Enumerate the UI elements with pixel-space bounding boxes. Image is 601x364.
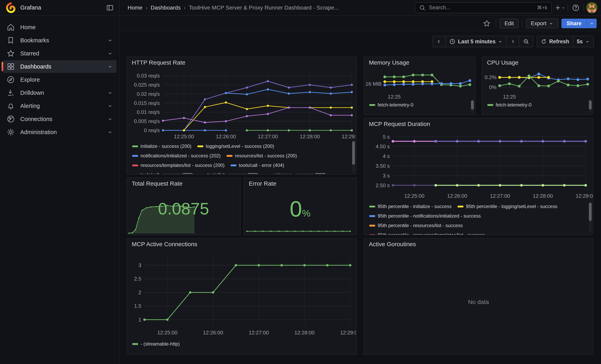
- refresh-label: Refresh: [549, 39, 569, 45]
- chevron-left-icon: [436, 39, 442, 44]
- svg-text:1.5: 1.5: [134, 303, 141, 309]
- panel-title[interactable]: Active Goroutines: [364, 239, 593, 250]
- add-button[interactable]: [554, 2, 565, 13]
- user-avatar[interactable]: [586, 2, 597, 13]
- chevron-down-icon: [590, 21, 594, 26]
- zoom-out-button[interactable]: [519, 36, 533, 47]
- breadcrumb-home[interactable]: Home: [128, 5, 142, 11]
- legend-item[interactable]: 95th percentile - resources/list - succe…: [369, 221, 463, 230]
- svg-text:12:27:00: 12:27:00: [249, 330, 269, 335]
- series-swatch: [369, 206, 375, 207]
- legend-item[interactable]: notifications/initialized - success (202…: [132, 151, 220, 160]
- legend-scrollbar-thumb[interactable]: [589, 100, 592, 109]
- legend-item[interactable]: fetch-telemetry-0: [487, 100, 531, 110]
- series-swatch: [265, 174, 270, 174]
- no-data-message: No data: [364, 250, 593, 354]
- panel-title[interactable]: Total Request Rate: [127, 178, 240, 189]
- svg-text:12:28:00: 12:28:00: [294, 330, 314, 335]
- legend-scrollbar-thumb[interactable]: [471, 100, 474, 109]
- edit-button[interactable]: Edit: [500, 19, 519, 28]
- series-swatch: [458, 206, 463, 207]
- legend-item[interactable]: unknown - success (200): [265, 170, 326, 174]
- export-button[interactable]: Export: [526, 19, 558, 28]
- panel-title[interactable]: CPU Usage: [482, 57, 593, 68]
- legend-item[interactable]: 95th percentile - logging/setLevel - suc…: [458, 202, 557, 211]
- sidebar-item-label: Bookmarks: [20, 37, 49, 44]
- star-icon: [6, 49, 15, 58]
- legend-item[interactable]: 95th percentile - resources/templates/li…: [369, 230, 485, 235]
- chevron-down-icon[interactable]: [107, 64, 113, 69]
- refresh-interval-picker[interactable]: 5s: [573, 36, 594, 47]
- cpu-legend: fetch-telemetry-0: [482, 99, 593, 114]
- chevron-down-icon[interactable]: [107, 103, 113, 109]
- legend-item[interactable]: resources/templates/list - success (200): [132, 160, 225, 170]
- chevron-down-icon[interactable]: [107, 38, 113, 43]
- panel-title[interactable]: MCP Request Duration: [364, 118, 593, 129]
- topbar-left: Grafana: [0, 0, 120, 15]
- breadcrumb-separator: ›: [146, 5, 148, 11]
- legend-item[interactable]: 95th percentile - initialize - success: [369, 202, 451, 211]
- share-split-button: Share: [561, 19, 597, 28]
- legend-item[interactable]: fetch-telemetry-0: [369, 100, 413, 110]
- legend-item[interactable]: tools/call - error (404): [230, 160, 284, 170]
- series-swatch: [132, 155, 138, 157]
- chevron-down-icon[interactable]: [107, 129, 113, 135]
- legend-item[interactable]: - (streamable-http): [132, 339, 180, 349]
- sidebar-item-drilldown[interactable]: Drilldown: [3, 87, 116, 99]
- sidebar-item-home[interactable]: Home: [3, 21, 116, 34]
- help-button[interactable]: [571, 2, 581, 13]
- chevron-down-icon[interactable]: [107, 90, 113, 96]
- share-label: Share: [567, 20, 581, 27]
- sidebar-item-starred[interactable]: Starred: [3, 47, 116, 60]
- brand-name: Grafana: [20, 4, 41, 11]
- sidebar-item-administration[interactable]: Administration: [3, 126, 116, 138]
- sidebar-item-dashboards[interactable]: Dashboards: [3, 60, 116, 73]
- svg-text:12:29:00: 12:29:00: [576, 193, 593, 199]
- refresh-icon: [541, 39, 547, 45]
- favorite-star-icon[interactable]: [481, 18, 492, 29]
- svg-text:4.50 s: 4.50 s: [376, 143, 390, 149]
- series-swatch: [132, 343, 138, 345]
- legend-item[interactable]: logging/setLevel - success (200): [197, 141, 274, 151]
- search-input[interactable]: [429, 4, 537, 11]
- time-shift-back-button[interactable]: [432, 36, 446, 47]
- sidebar-toggle-icon[interactable]: [105, 2, 115, 13]
- chevron-down-icon[interactable]: [107, 51, 113, 56]
- time-range-picker[interactable]: Last 5 minutes: [445, 36, 507, 47]
- sidebar-item-alerting[interactable]: Alerting: [3, 99, 116, 112]
- refresh-button[interactable]: Refresh: [537, 36, 573, 47]
- sidebar-item-connections[interactable]: Connections: [3, 113, 116, 125]
- panel-http-request-rate: HTTP Request Rate 12:25:0012:26:0012:27:…: [127, 57, 357, 175]
- share-options-button[interactable]: [587, 19, 597, 28]
- time-range-label: Last 5 minutes: [458, 39, 495, 45]
- sidebar-item-label: Connections: [20, 116, 52, 122]
- panel-title[interactable]: Error Rate: [244, 178, 356, 189]
- panel-title[interactable]: HTTP Request Rate: [127, 57, 356, 68]
- panel-error-rate: Error Rate 0%: [244, 178, 357, 235]
- sidebar-item-explore[interactable]: Explore: [3, 73, 116, 86]
- stat-number: 0: [290, 198, 302, 220]
- svg-text:2: 2: [139, 289, 141, 295]
- sidebar-item-bookmarks[interactable]: Bookmarks: [3, 34, 116, 47]
- chevron-down-icon[interactable]: [107, 116, 113, 122]
- time-shift-forward-button[interactable]: [506, 36, 519, 47]
- panel-title[interactable]: MCP Active Connections: [127, 239, 356, 250]
- breadcrumb: Home › Dashboards › ToolHive MCP Server …: [120, 5, 339, 11]
- legend-item[interactable]: 95th percentile - notifications/initiali…: [369, 211, 481, 221]
- stat-value: 0.0875: [127, 200, 240, 217]
- legend-scrollbar-thumb[interactable]: [352, 141, 355, 165]
- legend-item[interactable]: initialize - success (200): [132, 141, 191, 151]
- drilldown-icon: [6, 89, 15, 97]
- legend-item[interactable]: resources/list - success (200): [227, 151, 297, 160]
- breadcrumb-dashboards[interactable]: Dashboards: [151, 5, 181, 11]
- legend-item[interactable]: tools/call - success (200): [132, 170, 193, 174]
- legend-item[interactable]: tools/list - success (200): [199, 170, 258, 174]
- grafana-logo[interactable]: [5, 2, 17, 13]
- panel-title[interactable]: Memory Usage: [364, 57, 475, 68]
- search-box[interactable]: ⌘+k: [415, 2, 552, 13]
- legend-scrollbar-thumb[interactable]: [589, 203, 592, 221]
- svg-text:12:26:00: 12:26:00: [216, 134, 236, 139]
- share-button[interactable]: Share: [561, 19, 587, 28]
- svg-text:3: 3: [139, 262, 141, 268]
- svg-text:12:26:00: 12:26:00: [203, 330, 223, 335]
